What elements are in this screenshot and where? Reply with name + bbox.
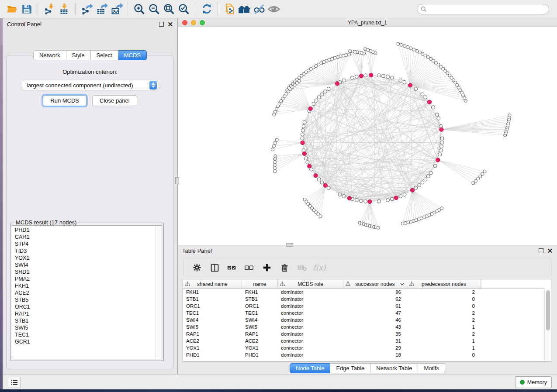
list-item[interactable]: ACE2 [15,289,162,296]
column-header-mcds-role[interactable]: MCDS role [278,279,343,289]
cell-predecessor_nodes: 2 [407,317,481,323]
list-item[interactable]: STB1 [15,317,162,324]
mcds-result-list[interactable]: PHD1CAR1STP4TID3YOX1SWI4SRD1PMA2FKH1ACE2… [12,225,162,359]
list-item[interactable]: PHD1 [15,227,162,234]
tab-style[interactable]: Style [66,50,91,60]
list-item[interactable]: GCR1 [15,338,162,345]
table-row[interactable]: SWI4SWI4dominator462 [183,316,545,323]
search-field[interactable] [417,4,549,14]
select-all-button[interactable] [225,261,239,274]
cell-mcds_role: connector [278,338,343,344]
list-item[interactable]: SRD1 [15,268,162,275]
criterion-value: largest connected component (undirected) [22,82,149,89]
control-panel-title: Control Panel [7,21,159,28]
list-item[interactable]: PMA2 [15,275,162,282]
table-row[interactable]: ACE2ACE2connector311 [183,337,545,344]
table-row[interactable]: ORC1ORC1dominator610 [183,303,545,309]
close-panel-icon[interactable]: ✕ [167,22,173,26]
cell-name: SWI4 [242,317,278,323]
cell-shared_name: ACE2 [183,338,242,344]
vertical-splitter-handle[interactable] [175,177,179,184]
cell-shared_name: RAP1 [183,331,242,337]
show-hidden-button[interactable] [266,2,281,16]
column-header-shared-name[interactable]: shared name [183,279,242,289]
tab-network-table[interactable]: Network Table [370,363,418,373]
list-item[interactable]: RAP1 [15,310,162,317]
column-header-predecessor-nodes[interactable]: predecessor nodes [407,279,481,289]
network-graph[interactable] [178,27,557,245]
column-header-successor-nodes[interactable]: successor nodes [343,279,407,289]
houses-icon [238,3,251,16]
hide-selected-button[interactable] [252,2,266,16]
toolbar-separator [75,3,76,16]
list-item[interactable]: SWI4 [15,261,162,268]
tab-edge-table[interactable]: Edge Table [330,363,370,373]
cell-predecessor_nodes: 1 [407,338,481,344]
network-canvas[interactable] [178,27,557,245]
add-column-button[interactable] [260,261,273,274]
dropdown-stepper-icon [149,81,157,89]
table-row[interactable]: RAP1RAP1dominator352 [183,330,545,337]
table-row[interactable]: STB1STB1dominator620 [183,296,545,303]
list-item[interactable]: STP4 [15,241,162,248]
desktop-wallpaper-bottom [0,389,557,392]
list-item[interactable]: FKH1 [15,282,162,289]
table-settings-button[interactable] [190,261,204,274]
float-panel-icon[interactable] [159,22,164,27]
close-panel-button[interactable]: Close panel [92,95,137,106]
table-scrollbar-thumb[interactable] [546,290,550,330]
cell-successor_nodes: 47 [343,310,407,316]
import-network-button[interactable] [42,2,57,16]
table-row[interactable]: FKH1FKH1dominator962 [183,289,545,296]
column-header-name[interactable]: name [242,279,278,289]
table-row[interactable]: YOX1YOX1connector291 [183,344,545,351]
table-tabs: Node TableEdge TableNetwork TableMotifs [178,363,557,373]
table-row[interactable]: PHD1PHD1dominator180 [183,351,545,358]
run-mcds-button[interactable]: Run MCDS [43,95,86,106]
tab-motifs[interactable]: Motifs [418,363,445,373]
list-item[interactable]: TEC1 [15,331,162,338]
list-item[interactable]: CAR1 [15,234,162,241]
new-network-from-selection-button[interactable] [222,2,237,16]
save-session-button[interactable] [19,2,34,16]
task-history-button[interactable] [8,377,21,388]
list-item[interactable]: YOX1 [15,254,162,261]
zoom-out-button[interactable] [147,2,162,16]
criterion-dropdown[interactable]: largest connected component (undirected) [22,80,158,90]
show-columns-button[interactable] [208,261,221,274]
zoom-fit-button[interactable] [162,2,176,16]
mcds-result-groupbox: MCDS result (17 nodes) PHD1CAR1STP4TID3Y… [10,223,164,361]
delete-column-button[interactable] [278,261,291,274]
table-scrollbar[interactable] [544,289,551,361]
glasses-slash-icon [253,3,266,15]
memory-button[interactable]: Memory [515,376,552,388]
list-item[interactable]: TID3 [15,248,162,254]
list-item[interactable]: SWI5 [15,324,162,331]
tab-mcds[interactable]: MCDS [118,50,147,60]
export-image-button[interactable] [109,2,124,16]
first-neighbors-button[interactable] [237,2,252,16]
close-panel-icon[interactable]: ✕ [547,249,553,253]
zoom-in-button[interactable] [132,2,147,16]
memory-status-icon [520,380,525,385]
list-item[interactable]: STB5 [15,296,162,303]
export-network-button[interactable] [80,2,94,16]
refresh-view-button[interactable] [199,2,214,16]
open-file-button[interactable] [4,2,19,16]
import-table-button[interactable] [57,2,72,16]
deselect-all-button[interactable] [243,261,256,274]
zoom-selected-button[interactable] [176,2,191,16]
float-panel-icon[interactable] [539,248,543,253]
toolbar-separator [38,3,38,16]
horizontal-splitter-handle[interactable] [286,243,293,247]
list-item[interactable]: ORC1 [15,303,162,310]
tab-network[interactable]: Network [33,50,66,60]
table-row[interactable]: TEC1TEC1connector472 [183,309,545,316]
tab-select[interactable]: Select [91,50,118,60]
mcds-list-scrollbar[interactable] [156,226,162,359]
search-input[interactable] [427,6,545,13]
tab-node-table[interactable]: Node Table [290,363,331,373]
export-table-button[interactable] [94,2,109,16]
cell-mcds_role: dominator [278,303,343,309]
table-row[interactable]: SWI5SWI5connector431 [183,323,545,330]
